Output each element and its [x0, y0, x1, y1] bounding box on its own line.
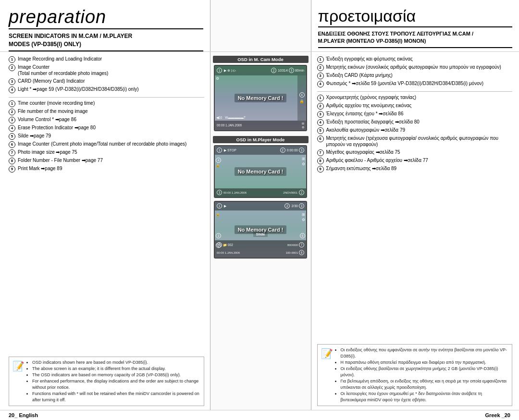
cam-bottom-date: 00:00 1.JAN.2006	[217, 124, 242, 127]
player-date2: 2NOV0001	[283, 191, 297, 194]
ind-text: Image Counter (Current photo image/Total…	[18, 141, 186, 148]
r-ind-text: Ακολουθία φωτογραφιών ➡σελίδα 79	[326, 127, 406, 134]
note-item: The OSD indicators are based on memory c…	[32, 372, 200, 378]
r-note-item: Οι λειτουργίες που έχουν σημειωθεί με * …	[341, 391, 509, 403]
r-circle-b3: 3	[317, 111, 324, 118]
circle-b9: 9	[9, 166, 15, 173]
r-ind-text: Χρονομετρητής (χρόνος εγγραφής ταινίας)	[326, 94, 417, 101]
circle-b6: 6	[9, 141, 15, 148]
ind-text: Photo image size ➡page 75	[18, 149, 77, 156]
player-bottom-date: 00:00 1.JAN.2006	[217, 251, 240, 254]
ind-text: Light * ➡page 59 (VP-D382(i)/D382H/D384/…	[18, 86, 138, 93]
r-note-item: Οι ενδείξεις οθόνης βασίζονται σε χωρητι…	[341, 366, 509, 378]
note-item: OSD indicators shown here are based on m…	[32, 359, 200, 366]
indicator-row: 4 Light * ➡page 59 (VP-D382(i)/D382H/D38…	[9, 86, 204, 93]
r-ind-text: Μετρητής εικόνων (συνολικός αριθμός φωτο…	[326, 64, 501, 71]
page-footer: 20_ English Greek _20	[0, 410, 519, 420]
player-mode-label: OSD in M.Player Mode	[213, 136, 309, 143]
r-circle-3: 3	[317, 73, 324, 79]
cam-sub-right: 80min	[295, 69, 304, 72]
cam-num-3: 3	[289, 68, 294, 73]
no-memory-player1: No Memory Card !	[235, 167, 287, 176]
player-num-1: 1	[217, 148, 222, 153]
r-indicator-row: 1 Ένδειξη εγγραφής και φόρτωσης εικόνας	[317, 56, 513, 63]
r-ind-row: 4 Ένδειξη προστασίας διαγραφής ➡σελίδα 8…	[317, 119, 513, 126]
r-circle-4: 4	[317, 81, 324, 87]
right-section-header: ΕΝΔΕΙΞΕΙΣ ΟΘΟΝΗΣ ΣΤΟΥΣ ΤΡΟΠΟΥΣ ΛΕΙΤΟΥΡΓΙ…	[318, 30, 513, 48]
r-indicator-row: 2 Μετρητής εικόνων (συνολικός αριθμός φω…	[317, 64, 513, 71]
player-slide-num: 2/30	[291, 204, 298, 208]
r-circle-b1: 1	[317, 95, 324, 101]
r-circle-2: 2	[317, 64, 324, 71]
left-section-header: SCREEN INDICATORS IN M.CAM / M.PLAYER MO…	[9, 32, 203, 51]
r-ind-text: Μετρητής εικόνων (τρέχουσα φωτογραφία/ σ…	[326, 135, 513, 148]
circle-b8: 8	[9, 158, 15, 164]
note-box-left: 📝 OSD indicators shown here are based on…	[9, 357, 204, 406]
ind-text: Image Counter (Total number of recordabl…	[18, 64, 108, 77]
r-note-item: Οι ενδείξεις οθόνης που εμφανίζονται σε …	[341, 347, 509, 359]
indicator-row: 6 Image Counter (Current photo image/Tot…	[9, 141, 204, 148]
left-title: preparation	[9, 7, 203, 29]
indicator-row: 2 File number of the moving image	[9, 108, 204, 115]
footer-left: 20_ English	[9, 412, 38, 418]
no-memory-cam: No Memory Card !	[235, 94, 287, 102]
r-circle-b5: 5	[317, 127, 324, 134]
cam-num-4: 4	[299, 92, 305, 98]
circle-b1: 1	[9, 100, 15, 107]
right-title: προετοιμασία	[318, 7, 513, 27]
indicator-row: 3 CARD (Memory Card) Indicator	[9, 78, 204, 85]
player-num-2b: 2	[299, 190, 304, 195]
r-ind-text: Μέγεθος φωτογραφίας ➡σελίδα 75	[326, 149, 400, 156]
r-circle-b9: 9	[317, 166, 324, 173]
r-ind-text: Αριθμός φακέλου - Αριθμός αρχείου ➡σελίδ…	[326, 157, 428, 164]
ind-text: Folder Number - File Number ➡page 77	[18, 157, 103, 164]
r-ind-row: 2 Αριθμός αρχείου της κινούμενης εικόνας	[317, 102, 513, 110]
center-column: OSD in M. Cam Mode No Memory Card ! 1 ▶ …	[210, 52, 311, 410]
player2-num-left-5: 5	[216, 243, 221, 248]
player-date: 00:00 1.JAN.2006	[223, 191, 247, 194]
r-ind-text: Σήμανση εκτύπωσης ➡σελίδα 89	[326, 165, 397, 172]
bottom-indicators-right: 1 Χρονομετρητής (χρόνος εγγραφής ταινίας…	[317, 94, 513, 173]
r-ind-text: Ένδειξη CARD (Κάρτα μνήμης)	[326, 72, 393, 79]
left-column: 1 Image Recording and Loading Indicator …	[0, 52, 210, 410]
circle-1: 1	[9, 56, 15, 63]
player-num-4-badge: 4	[216, 158, 221, 163]
indicator-row: 3 Volume Control * ➡page 86	[9, 116, 204, 124]
bottom-indicators-left: 1 Time counter (movie recording time) 2 …	[9, 100, 204, 173]
note-item: For enhanced performance, the display in…	[32, 378, 200, 391]
r-ind-row: 6 Μετρητής εικόνων (τρέχουσα φωτογραφία/…	[317, 135, 513, 148]
cam-top-right: 10314	[278, 68, 288, 73]
r-indicator-row: 4 Φωτισμός * ➡σελίδα 59 (μοντέλα VP-D382…	[317, 80, 513, 87]
r-note-item: Η παραπάνω οθόνη αποτελεί παράδειγμα και…	[341, 359, 509, 366]
player-num-3b: 3	[217, 190, 222, 195]
ind-text: CARD (Memory Card) Indicator	[18, 78, 85, 85]
indicator-row: 8 Folder Number - File Number ➡page 77	[9, 157, 204, 164]
player2-num-7: 7	[299, 242, 304, 247]
r-note-item: Για βελτιωμένη απόδοση, οι ενδείξεις της…	[341, 378, 509, 391]
note-list-right: Οι ενδείξεις οθόνης που εμφανίζονται σε …	[334, 347, 509, 403]
ind-text: Time counter (movie recording time)	[18, 100, 95, 107]
ind-text: Volume Control * ➡page 86	[18, 116, 76, 123]
ind-text: File number of the moving image	[18, 108, 88, 115]
ind-text: Erase Protection Indicator ➡page 80	[18, 124, 96, 131]
r-circle-b2: 2	[317, 103, 324, 110]
player-screen-1: No Memory Card ! 1 ▶ STOP 2 0:00:00 3 4	[214, 145, 307, 198]
player-file-icon: 📁	[223, 243, 227, 247]
r-ind-row: 7 Μέγεθος φωτογραφίας ➡σελίδα 75	[317, 149, 513, 156]
player-num-2: 2	[280, 148, 285, 153]
circle-b4: 4	[9, 125, 15, 132]
player-screen-2: No Memory Card ! 1 ▶ 2 2/30 3 🔒	[214, 201, 307, 259]
circle-b5: 5	[9, 133, 15, 140]
r-circle-b6: 6	[317, 136, 324, 142]
r-ind-text: Φωτισμός * ➡σελίδα 59 (μοντέλα VP-D382(i…	[326, 80, 484, 87]
ind-text: Image Recording and Loading Indicator	[18, 56, 102, 62]
r-ind-row: 5 Ακολουθία φωτογραφιών ➡σελίδα 79	[317, 127, 513, 134]
note-icon-left: 📝	[12, 360, 23, 372]
cam-mode-screen: No Memory Card ! 1 ▶ ⊕ ▷▷ 2 10314 3 80mi…	[214, 65, 307, 131]
player2-num-2: 2	[284, 203, 290, 209]
player-num-3: 3	[299, 148, 304, 153]
r-ind-row: 3 Έλεγχος έντασης ήχου * ➡σελίδα 86	[317, 111, 513, 118]
indicator-row: 7 Photo image size ➡page 75	[9, 149, 204, 156]
right-column: 1 Ένδειξη εγγραφής και φόρτωσης εικόνας …	[311, 52, 519, 410]
player2-num-8b: 8	[299, 250, 304, 255]
